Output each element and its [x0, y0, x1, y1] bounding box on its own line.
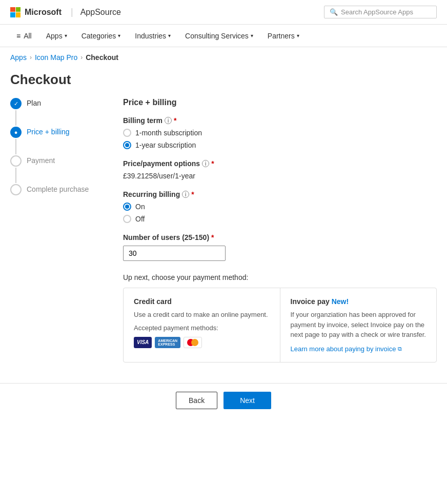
chevron-down-icon: ▾: [251, 33, 253, 38]
card-icons: VISA AMERICANEXPRESS: [134, 337, 270, 348]
chevron-down-icon: ▾: [297, 33, 299, 38]
step-price-billing-circle: ●: [10, 127, 22, 138]
main-content: ✓ Plan ● Price + billing Payment: [0, 98, 447, 362]
section-title: Price + billing: [123, 98, 437, 107]
breadcrumb-iconmappro[interactable]: Icon Map Pro: [35, 53, 77, 62]
breadcrumb-sep-1: ›: [30, 54, 32, 61]
next-button[interactable]: Next: [223, 392, 271, 409]
recurring-billing-label: Recurring billing i *: [123, 190, 437, 198]
microsoft-logo: [10, 7, 21, 17]
breadcrumb-apps[interactable]: Apps: [10, 53, 27, 62]
step-line-1: [15, 110, 16, 126]
breadcrumb-sep-2: ›: [80, 54, 83, 61]
steps-sidebar: ✓ Plan ● Price + billing Payment: [10, 98, 103, 362]
invoice-col: Invoice pay New! If your organziation ha…: [280, 288, 437, 362]
accepted-methods-label: Accepted payment methods:: [134, 324, 270, 332]
billing-1month[interactable]: 1-month subscription: [123, 129, 437, 137]
num-users-label: Number of users (25-150) *: [123, 233, 437, 241]
step-payment: Payment: [10, 155, 103, 184]
price-value: £39.21258/user/1-year: [123, 172, 437, 180]
nav-categories[interactable]: Categories ▾: [75, 25, 127, 47]
price-options-required: *: [211, 159, 214, 168]
billing-1year-radio[interactable]: [123, 141, 131, 149]
price-options-label: Price/payment options i *: [123, 159, 437, 168]
page-title: Checkout: [0, 68, 447, 98]
billing-term-options: 1-month subscription 1-year subscription: [123, 129, 437, 149]
chevron-down-icon: ▾: [118, 33, 120, 38]
billing-term-info-icon[interactable]: i: [165, 117, 172, 124]
num-users-required: *: [211, 233, 214, 241]
breadcrumb-current: Checkout: [86, 53, 118, 62]
credit-card-col: Credit card Use a credit card to make an…: [124, 288, 280, 362]
external-link-icon: ⧉: [398, 346, 402, 352]
search-placeholder: Search AppSource Apps: [341, 8, 413, 16]
invoice-title: Invoice pay New!: [291, 297, 426, 306]
credit-card-desc: Use a credit card to make an online paym…: [134, 310, 270, 320]
step-plan-circle: ✓: [10, 98, 22, 109]
search-bar[interactable]: 🔍 Search AppSource Apps: [324, 6, 437, 18]
step-price-billing-label: Price + billing: [27, 127, 70, 136]
billing-1month-label: 1-month subscription: [135, 129, 202, 137]
num-users-input[interactable]: [123, 246, 226, 261]
nav-all[interactable]: ≡ All: [10, 25, 38, 47]
nav-partners[interactable]: Partners ▾: [261, 25, 306, 47]
payment-prompt: Up next, choose your payment method:: [123, 273, 437, 281]
mastercard-icon: [184, 337, 202, 348]
recurring-off-label: Off: [135, 215, 145, 223]
recurring-off[interactable]: Off: [123, 215, 437, 223]
step-line-2: [15, 139, 16, 154]
visa-icon: VISA: [134, 337, 152, 348]
chevron-down-icon: ▾: [65, 33, 67, 38]
appsource-name: AppSource: [80, 8, 121, 17]
recurring-billing-required: *: [191, 190, 194, 198]
header: Microsoft | AppSource 🔍 Search AppSource…: [0, 0, 447, 25]
recurring-on[interactable]: On: [123, 203, 437, 211]
nav-all-label: All: [24, 32, 32, 40]
billing-1month-radio[interactable]: [123, 129, 131, 137]
step-complete-purchase-circle: [10, 184, 22, 195]
step-payment-label: Payment: [27, 155, 55, 165]
search-icon: 🔍: [330, 8, 338, 16]
footer: Back Next: [0, 383, 447, 417]
navigation: ≡ All Apps ▾ Categories ▾ Industries ▾ C…: [0, 25, 447, 47]
step-price-billing: ● Price + billing: [10, 127, 103, 155]
back-button[interactable]: Back: [176, 392, 217, 409]
header-divider: |: [71, 7, 73, 17]
billing-1year[interactable]: 1-year subscription: [123, 141, 437, 149]
brand-name: Microsoft: [25, 8, 62, 17]
invoice-learn-more-link[interactable]: Learn more about paying by invoice ⧉: [291, 345, 426, 353]
payment-method-box: Credit card Use a credit card to make an…: [123, 288, 437, 362]
credit-card-title: Credit card: [134, 297, 270, 306]
nav-industries[interactable]: Industries ▾: [129, 25, 177, 47]
step-complete-purchase: Complete purchase: [10, 184, 103, 195]
price-options-info-icon[interactable]: i: [202, 160, 209, 167]
step-plan-label: Plan: [27, 98, 41, 107]
recurring-on-label: On: [135, 203, 145, 211]
billing-1year-label: 1-year subscription: [135, 141, 196, 149]
amex-icon: AMERICANEXPRESS: [155, 337, 180, 348]
step-complete-purchase-label: Complete purchase: [27, 184, 89, 193]
invoice-desc: If your organziation has been approved f…: [291, 310, 426, 340]
billing-term-required: *: [174, 116, 176, 125]
nav-consulting[interactable]: Consulting Services ▾: [179, 25, 259, 47]
step-line-3: [15, 168, 16, 183]
billing-term-label: Billing term i *: [123, 116, 437, 125]
recurring-off-radio[interactable]: [123, 215, 131, 223]
hamburger-icon: ≡: [16, 32, 21, 40]
step-plan: ✓ Plan: [10, 98, 103, 127]
step-payment-circle: [10, 155, 22, 167]
nav-apps[interactable]: Apps ▾: [40, 25, 73, 47]
chevron-down-icon: ▾: [168, 33, 171, 38]
recurring-billing-options: On Off: [123, 203, 437, 223]
recurring-on-radio[interactable]: [123, 203, 131, 211]
breadcrumb: Apps › Icon Map Pro › Checkout: [0, 47, 447, 68]
checkout-form: Price + billing Billing term i * 1-month…: [123, 98, 437, 362]
recurring-billing-info-icon[interactable]: i: [182, 191, 189, 198]
